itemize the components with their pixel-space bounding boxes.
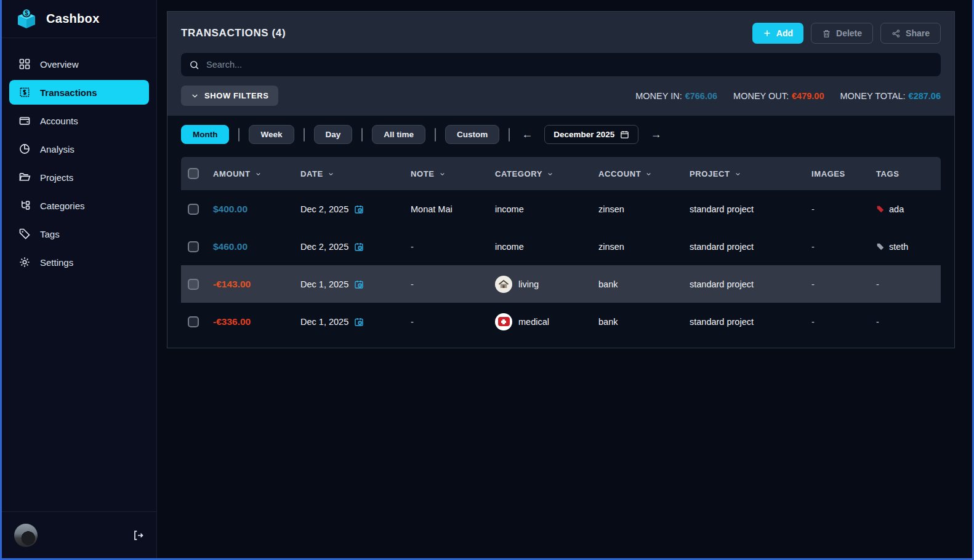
amount-cell: -€143.00 — [213, 279, 300, 290]
date-cell: Dec 2, 2025 — [300, 242, 411, 252]
search-bar[interactable] — [181, 53, 941, 76]
date-text: Dec 2, 2025 — [300, 204, 348, 214]
plus-icon — [763, 29, 771, 38]
column-images: IMAGES — [811, 169, 876, 178]
column-date[interactable]: DATE — [300, 169, 411, 178]
calendar-icon — [620, 130, 629, 139]
amount-cell: -€336.00 — [213, 316, 300, 327]
table-row[interactable]: $460.00 Dec 2, 2025 - income zinsen stan… — [181, 228, 941, 265]
row-checkbox[interactable] — [188, 279, 199, 290]
money-in-label: MONEY IN: — [635, 91, 682, 101]
table-row[interactable]: -€336.00 Dec 1, 2025 - medical bank stan… — [181, 303, 941, 340]
tab-month[interactable]: Month — [181, 125, 229, 144]
sidebar-item-label: Projects — [40, 172, 73, 183]
sidebar-item-analysis[interactable]: Analysis — [9, 137, 149, 161]
row-checkbox[interactable] — [188, 316, 199, 327]
column-category[interactable]: CATEGORY — [495, 169, 598, 178]
table-row[interactable]: -€143.00 Dec 1, 2025 - living bank stand… — [181, 265, 941, 303]
date-cell: Dec 1, 2025 — [300, 279, 411, 289]
sidebar-item-label: Accounts — [40, 116, 78, 126]
sidebar-item-accounts[interactable]: Accounts — [9, 108, 149, 133]
column-amount[interactable]: AMOUNT — [213, 169, 300, 178]
category-cell: medical — [495, 313, 598, 330]
sidebar-item-label: Tags — [40, 229, 60, 239]
tab-all-time[interactable]: All time — [372, 125, 425, 144]
tab-week[interactable]: Week — [249, 125, 294, 144]
month-picker[interactable]: December 2025 — [544, 125, 638, 144]
separator — [304, 128, 305, 142]
search-icon — [189, 60, 199, 70]
money-summary: MONEY IN:€766.06 MONEY OUT:€479.00 MONEY… — [635, 91, 941, 101]
sidebar-item-label: Analysis — [40, 144, 74, 154]
delete-button[interactable]: Delete — [811, 23, 873, 44]
calendar-clock-icon[interactable] — [354, 242, 364, 252]
period-selector: Month Week Day All time Custom ← Decembe… — [167, 116, 954, 152]
medical-category-icon — [495, 313, 512, 330]
search-input[interactable] — [206, 60, 933, 70]
sidebar-item-projects[interactable]: Projects — [9, 165, 149, 190]
money-out: MONEY OUT:€479.00 — [733, 91, 824, 101]
calendar-clock-icon[interactable] — [354, 204, 364, 214]
category-label: medical — [518, 317, 549, 327]
prev-month-arrow[interactable]: ← — [519, 128, 535, 141]
category-label: living — [518, 279, 539, 289]
sidebar-item-categories[interactable]: Categories — [9, 193, 149, 218]
add-button[interactable]: Add — [752, 23, 803, 44]
share-icon — [891, 29, 901, 38]
note-cell: - — [411, 317, 495, 327]
show-filters-button[interactable]: SHOW FILTERS — [181, 86, 278, 106]
column-project[interactable]: PROJECT — [690, 169, 811, 178]
money-in: MONEY IN:€766.06 — [635, 91, 717, 101]
note-cell: Monat Mai — [411, 204, 495, 214]
table-row[interactable]: $400.00 Dec 2, 2025 Monat Mai income zin… — [181, 190, 941, 228]
sidebar-item-settings[interactable]: Settings — [9, 250, 149, 274]
sidebar-item-label: Transactions — [40, 87, 97, 98]
panel-header: TRANSACTIONS (4) Add Delete — [167, 12, 954, 116]
header-actions: Add Delete — [752, 23, 941, 44]
row-checkbox[interactable] — [188, 241, 199, 252]
sidebar: $ Cashbox Overview Transactions — [2, 0, 157, 558]
sidebar-item-label: Settings — [40, 257, 73, 268]
separator — [361, 128, 363, 142]
column-note[interactable]: NOTE — [411, 169, 495, 178]
dollar-bill-icon — [18, 86, 31, 98]
category-label: income — [495, 242, 524, 252]
folder-icon — [18, 171, 31, 183]
next-month-arrow[interactable]: → — [648, 128, 664, 141]
amount-cell: $460.00 — [213, 241, 300, 252]
date-text: Dec 1, 2025 — [300, 317, 348, 327]
date-text: Dec 1, 2025 — [300, 279, 348, 289]
date-text: Dec 2, 2025 — [300, 242, 348, 252]
current-month-label: December 2025 — [553, 130, 614, 139]
column-account[interactable]: ACCOUNT — [598, 169, 690, 178]
tab-custom[interactable]: Custom — [445, 125, 499, 144]
logout-icon[interactable] — [132, 529, 144, 542]
tags-cell: - — [876, 317, 941, 327]
money-out-label: MONEY OUT: — [733, 91, 789, 101]
sidebar-item-label: Overview — [40, 59, 79, 70]
category-label: income — [495, 204, 524, 214]
category-cell: living — [495, 276, 598, 293]
user-avatar[interactable] — [14, 524, 38, 547]
amount-cell: $400.00 — [213, 204, 300, 215]
sidebar-item-overview[interactable]: Overview — [9, 52, 149, 76]
share-button[interactable]: Share — [880, 23, 941, 44]
separator — [435, 128, 436, 142]
transactions-table: AMOUNT DATE NOTE CATEGORY ACCOUNT PROJEC… — [181, 157, 941, 340]
calendar-clock-icon[interactable] — [354, 317, 364, 327]
sidebar-item-tags[interactable]: Tags — [9, 222, 149, 246]
tab-day[interactable]: Day — [314, 125, 353, 144]
money-in-value: €766.06 — [685, 91, 717, 101]
sidebar-item-transactions[interactable]: Transactions — [9, 80, 149, 105]
column-tags: TAGS — [876, 169, 941, 178]
select-all-checkbox[interactable] — [188, 168, 199, 179]
calendar-clock-icon[interactable] — [354, 279, 364, 289]
account-cell: zinsen — [598, 242, 690, 252]
date-cell: Dec 1, 2025 — [300, 317, 411, 327]
images-cell: - — [811, 317, 876, 327]
sidebar-item-label: Categories — [40, 201, 85, 211]
tag-icon — [18, 228, 31, 240]
row-checkbox[interactable] — [188, 204, 199, 215]
category-cell: income — [495, 204, 598, 214]
tag-filled-icon — [876, 242, 885, 251]
